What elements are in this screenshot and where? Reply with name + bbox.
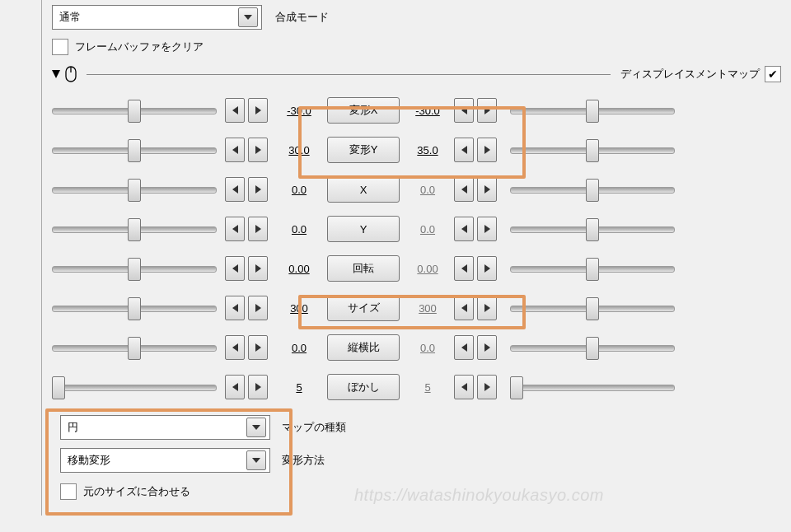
param-slider[interactable] <box>52 295 217 321</box>
spin-right-button[interactable] <box>477 296 497 320</box>
section-title: ディスプレイスメントマップ <box>620 67 760 82</box>
param-slider[interactable] <box>52 97 217 124</box>
param-right-value[interactable]: 0.0 <box>401 223 454 236</box>
spin-left-button[interactable] <box>454 296 474 320</box>
section-enable-checkbox[interactable]: ✔ <box>765 66 781 82</box>
spin-left-button[interactable] <box>454 138 474 162</box>
param-left-value[interactable]: 30.0 <box>273 144 325 156</box>
param-row-size: 300サイズ300 <box>52 292 781 324</box>
param-row-aspect: 0.0縦横比0.0 <box>52 331 781 364</box>
deform-method-select[interactable]: 移動変形 <box>60 448 270 473</box>
spin-right-button[interactable] <box>248 375 268 399</box>
param-label-button[interactable]: 変形X <box>327 97 400 124</box>
param-slider[interactable] <box>510 255 675 282</box>
fit-original-checkbox[interactable] <box>60 483 77 500</box>
spin-left-button[interactable] <box>225 217 245 241</box>
spin-right-button[interactable] <box>477 98 497 123</box>
param-slider[interactable] <box>52 216 217 242</box>
spin-right-button[interactable] <box>248 335 268 360</box>
param-right-value[interactable]: 35.0 <box>401 144 454 156</box>
param-spin-left <box>225 98 268 123</box>
spin-left-button[interactable] <box>454 375 474 399</box>
param-spin-left <box>225 177 268 202</box>
clear-buffer-label: フレームバッファをクリア <box>75 40 204 54</box>
param-spin-left <box>225 375 268 399</box>
param-slider[interactable] <box>510 295 675 321</box>
param-slider[interactable] <box>510 137 675 163</box>
param-slider[interactable] <box>510 97 675 124</box>
spin-left-button[interactable] <box>225 98 245 123</box>
param-left-value[interactable]: 5 <box>273 381 325 394</box>
spin-left-button[interactable] <box>225 375 245 399</box>
param-spin-left <box>225 217 268 241</box>
param-label-button[interactable]: Y <box>327 216 400 242</box>
dropdown-toggle-icon <box>238 7 258 27</box>
clear-buffer-checkbox[interactable] <box>52 39 68 55</box>
spin-right-button[interactable] <box>477 375 497 399</box>
spin-left-button[interactable] <box>225 138 245 162</box>
spin-left-button[interactable] <box>225 335 245 360</box>
param-right-value[interactable]: 5 <box>401 381 454 394</box>
param-right-value[interactable]: 0.00 <box>401 263 454 275</box>
param-spin-right <box>454 98 497 123</box>
spin-right-button[interactable] <box>477 138 497 162</box>
param-spin-right <box>454 335 497 360</box>
spin-right-button[interactable] <box>477 177 497 202</box>
param-right-value[interactable]: 0.0 <box>401 184 454 196</box>
blend-mode-select[interactable]: 通常 <box>52 5 262 30</box>
param-slider[interactable] <box>510 216 675 242</box>
param-slider[interactable] <box>52 255 217 282</box>
param-left-value[interactable]: 0.0 <box>273 184 325 196</box>
mouse-icon <box>65 66 77 82</box>
param-left-value[interactable]: 0.00 <box>273 263 325 275</box>
param-slider[interactable] <box>510 334 675 361</box>
param-label-button[interactable]: 変形Y <box>327 137 400 163</box>
param-label-button[interactable]: 回転 <box>327 255 400 282</box>
spin-left-button[interactable] <box>454 256 474 281</box>
spin-right-button[interactable] <box>477 256 497 281</box>
spin-right-button[interactable] <box>248 256 268 281</box>
param-spin-right <box>454 217 497 241</box>
spin-left-button[interactable] <box>454 217 474 241</box>
spin-right-button[interactable] <box>477 217 497 241</box>
param-slider[interactable] <box>510 374 675 400</box>
param-right-value[interactable]: -30.0 <box>401 105 454 117</box>
param-spin-right <box>454 256 497 281</box>
map-type-select[interactable]: 円 <box>60 415 270 440</box>
map-type-label: マップの種類 <box>282 420 346 435</box>
spin-right-button[interactable] <box>477 335 497 360</box>
map-type-value: 円 <box>68 420 78 435</box>
param-slider[interactable] <box>52 374 217 400</box>
spin-right-button[interactable] <box>248 296 268 320</box>
spin-left-button[interactable] <box>225 296 245 320</box>
section-disclosure-icon[interactable] <box>52 70 60 78</box>
param-left-value[interactable]: 0.0 <box>273 223 325 236</box>
param-left-value[interactable]: 300 <box>273 302 325 315</box>
blend-mode-value: 通常 <box>59 10 81 25</box>
param-label-button[interactable]: サイズ <box>327 295 400 321</box>
spin-right-button[interactable] <box>248 138 268 162</box>
param-label-button[interactable]: 縦横比 <box>327 334 400 361</box>
param-slider[interactable] <box>52 137 217 163</box>
spin-left-button[interactable] <box>454 98 474 123</box>
spin-left-button[interactable] <box>454 177 474 202</box>
param-slider[interactable] <box>52 176 217 203</box>
param-row-deformX: -30.0変形X-30.0 <box>52 94 781 127</box>
param-label-button[interactable]: X <box>327 176 400 203</box>
spin-right-button[interactable] <box>248 98 268 123</box>
spin-left-button[interactable] <box>454 335 474 360</box>
param-left-value[interactable]: 0.0 <box>273 342 325 354</box>
param-slider[interactable] <box>510 176 675 203</box>
spin-left-button[interactable] <box>225 256 245 281</box>
param-spin-right <box>454 177 497 202</box>
spin-right-button[interactable] <box>248 217 268 241</box>
param-right-value[interactable]: 0.0 <box>401 342 454 354</box>
param-right-value[interactable]: 300 <box>401 302 454 315</box>
param-row-rot: 0.00回転0.00 <box>52 252 781 285</box>
spin-left-button[interactable] <box>225 177 245 202</box>
param-slider[interactable] <box>52 334 217 361</box>
param-label-button[interactable]: ぼかし <box>327 374 400 400</box>
spin-right-button[interactable] <box>248 177 268 202</box>
param-spin-left <box>225 335 268 360</box>
param-left-value[interactable]: -30.0 <box>273 105 325 117</box>
